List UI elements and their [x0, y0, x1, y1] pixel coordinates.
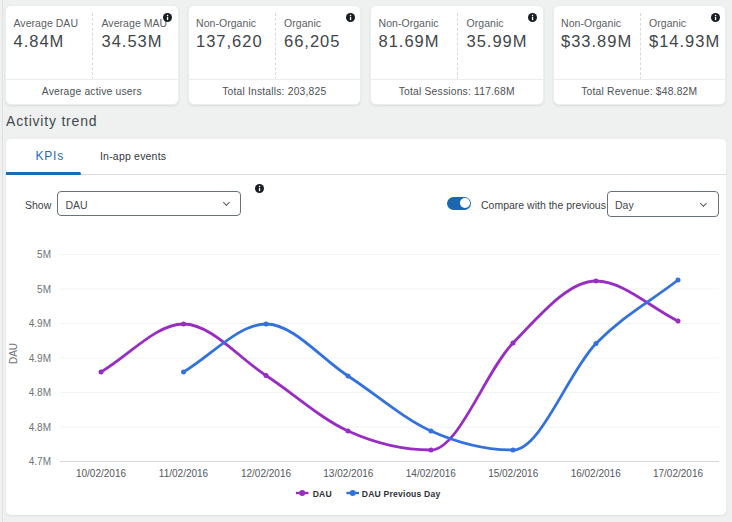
svg-text:17/02/2016: 17/02/2016 [653, 468, 703, 479]
svg-text:5M: 5M [37, 284, 51, 295]
svg-text:DAU Previous Day: DAU Previous Day [362, 489, 441, 499]
svg-text:4.9M: 4.9M [29, 353, 51, 364]
svg-text:15/02/2016: 15/02/2016 [488, 468, 538, 479]
svg-text:5M: 5M [37, 249, 51, 260]
svg-text:4.8M: 4.8M [29, 387, 51, 398]
svg-text:14/02/2016: 14/02/2016 [406, 468, 456, 479]
svg-text:11/02/2016: 11/02/2016 [159, 468, 209, 479]
svg-text:4.7M: 4.7M [29, 456, 51, 467]
svg-text:12/02/2016: 12/02/2016 [241, 468, 291, 479]
svg-text:DAU: DAU [313, 489, 332, 499]
svg-text:13/02/2016: 13/02/2016 [323, 468, 373, 479]
svg-text:4.9M: 4.9M [29, 318, 51, 329]
svg-text:DAU: DAU [8, 343, 19, 364]
svg-text:10/02/2016: 10/02/2016 [76, 468, 126, 479]
svg-text:16/02/2016: 16/02/2016 [571, 468, 621, 479]
svg-text:4.8M: 4.8M [29, 422, 51, 433]
